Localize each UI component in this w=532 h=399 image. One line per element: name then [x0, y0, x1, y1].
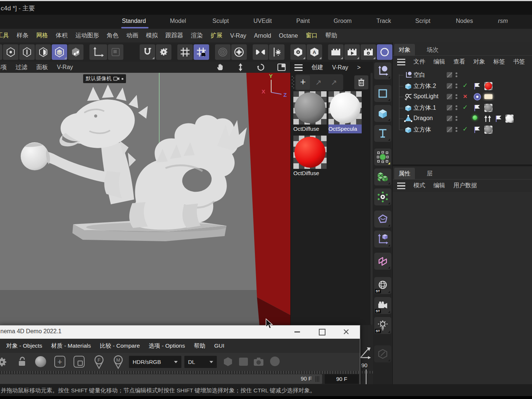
- menu-octane[interactable]: Octane: [279, 33, 298, 39]
- materials-menu-icon[interactable]: [294, 64, 303, 71]
- workplane-button[interactable]: [108, 44, 123, 60]
- text-object-button[interactable]: [374, 125, 391, 142]
- mesh-export-icon[interactable]: [223, 357, 233, 367]
- light-tag[interactable]: [473, 93, 481, 101]
- grid-button[interactable]: [177, 44, 193, 60]
- attr-menu-mode[interactable]: 模式: [413, 182, 425, 190]
- snap-button[interactable]: [140, 44, 155, 60]
- dragon-statue-model[interactable]: [10, 73, 250, 249]
- tab-nodes[interactable]: Nodes: [456, 18, 473, 24]
- viewport-menu-vray[interactable]: V-Ray: [57, 64, 73, 71]
- attr-menu-edit[interactable]: 编辑: [433, 182, 445, 190]
- target-rings-button[interactable]: [215, 44, 231, 60]
- menu-render[interactable]: 渲染: [191, 32, 203, 40]
- enabled-check-icon[interactable]: ✓: [461, 103, 469, 111]
- tab-standard[interactable]: Standard: [122, 18, 146, 24]
- visibility-toggle[interactable]: [447, 94, 452, 99]
- minimize-button[interactable]: [294, 331, 300, 332]
- polygon-selection-tag[interactable]: [473, 104, 481, 112]
- menu-tracker[interactable]: 跟踪器: [166, 32, 183, 40]
- materials-menu-vray[interactable]: V-Ray: [332, 64, 348, 71]
- stop-render-icon[interactable]: [239, 358, 248, 366]
- mirror-button[interactable]: [253, 44, 268, 60]
- object-row-dragon[interactable]: Dragon: [393, 113, 532, 124]
- arnold-tool-button[interactable]: A: [307, 44, 322, 60]
- tab-paint[interactable]: Paint: [296, 18, 310, 24]
- tab-attributes[interactable]: 属性: [394, 168, 415, 179]
- menu-arnold[interactable]: Arnold: [254, 33, 271, 39]
- volume-mesher-button[interactable]: [374, 188, 391, 205]
- null-object-button[interactable]: [374, 62, 391, 79]
- menu-spline[interactable]: 样条: [17, 32, 28, 40]
- plane-object-button[interactable]: [374, 85, 391, 102]
- rotate-icon[interactable]: [256, 63, 265, 72]
- colorspace-dropdown[interactable]: HDR/sRGB: [129, 356, 181, 368]
- light-color-swatch[interactable]: [484, 93, 492, 101]
- lv-menu-compare[interactable]: 比较 - Compare: [100, 342, 140, 350]
- visibility-toggle[interactable]: [447, 105, 452, 110]
- material-tag-gray[interactable]: [484, 126, 492, 134]
- maximize-button[interactable]: [319, 329, 325, 335]
- materials-toolbar-grip[interactable]: [291, 75, 294, 91]
- tab-uvedit[interactable]: UVEdit: [253, 18, 272, 24]
- edge-mode-button[interactable]: [19, 44, 35, 60]
- modeling-settings-button[interactable]: [231, 44, 247, 60]
- enabled-check-icon[interactable]: ✓: [461, 125, 469, 133]
- octane-live-viewer-button[interactable]: [377, 44, 392, 60]
- visibility-dots[interactable]: [456, 71, 457, 78]
- points-mode-button[interactable]: [3, 44, 18, 60]
- add-region-icon[interactable]: +: [54, 356, 65, 368]
- demo-window-title-bar[interactable]: nema 4D Demo 2022.1: [0, 325, 360, 339]
- menu-mesh[interactable]: 网格: [36, 32, 48, 40]
- visibility-dots[interactable]: [456, 93, 457, 100]
- menu-vray[interactable]: V-Ray: [230, 33, 246, 39]
- object-row-spotlight[interactable]: SpotLight ×: [393, 91, 532, 102]
- material-tag-white[interactable]: [505, 115, 514, 123]
- om-menu-tags[interactable]: 标签: [493, 58, 505, 66]
- om-menu-bookmarks[interactable]: 书签: [513, 58, 525, 66]
- frame-ruler[interactable]: [0, 371, 360, 374]
- om-menu-object[interactable]: 对象: [473, 58, 485, 66]
- volume-builder-button[interactable]: [374, 168, 391, 185]
- close-button[interactable]: [343, 329, 349, 335]
- spline-wrap-button[interactable]: [374, 253, 391, 270]
- visibility-dots[interactable]: [456, 104, 457, 111]
- snap-settings-button[interactable]: [156, 44, 171, 60]
- lv-menu-gui[interactable]: GUI: [214, 342, 225, 349]
- object-row-cube1[interactable]: 立方体.1 ✓: [393, 102, 532, 113]
- tab-script[interactable]: Script: [415, 18, 430, 24]
- material-name[interactable]: OctDiffuse: [293, 125, 327, 133]
- range-grip[interactable]: [316, 376, 319, 382]
- materials-scrollbar[interactable]: [371, 73, 373, 325]
- menu-volume[interactable]: 体积: [56, 32, 68, 40]
- visibility-toggle[interactable]: [447, 116, 452, 121]
- camera-label[interactable]: 默认摄像机: [83, 74, 126, 83]
- material-tag-red[interactable]: [484, 82, 492, 90]
- polygon-selection-tag[interactable]: [473, 82, 481, 90]
- viewport-menu-panel[interactable]: 面板: [36, 64, 48, 71]
- object-row-cube2[interactable]: 立方体.2 ✓: [393, 81, 532, 92]
- viewport-menu-filter[interactable]: 过滤: [16, 64, 27, 71]
- clear-region-icon[interactable]: [74, 356, 85, 368]
- material-thumbnail-octdiffuse-red[interactable]: [293, 136, 327, 169]
- edit-mode-button[interactable]: [374, 345, 391, 362]
- viewport-3d[interactable]: 默认摄像机 Y X Z: [0, 73, 290, 325]
- frame-range-slider[interactable]: 90 F: [0, 374, 322, 384]
- panel-splitter[interactable]: [393, 164, 532, 166]
- tab-takes[interactable]: 场次: [422, 44, 443, 55]
- material-tag-gray[interactable]: [484, 104, 492, 112]
- polygon-mode-button[interactable]: [35, 44, 51, 60]
- om-menu-view[interactable]: 查看: [453, 58, 465, 66]
- enabled-check-icon[interactable]: ✓: [461, 82, 469, 89]
- normals-align-tag[interactable]: [484, 115, 492, 123]
- tab-model[interactable]: Model: [170, 18, 186, 24]
- keyframe-move-icon[interactable]: [359, 345, 371, 360]
- om-menu-edit[interactable]: 编辑: [433, 58, 445, 66]
- render-passes-icon[interactable]: [270, 357, 280, 366]
- lv-menu-options[interactable]: 选项 - Options: [149, 342, 185, 350]
- material-name[interactable]: OctDiffuse: [293, 169, 327, 178]
- enabled-dot-indicator[interactable]: [473, 115, 481, 123]
- kernel-dropdown[interactable]: DL: [184, 356, 217, 368]
- om-menu-file[interactable]: 文件: [413, 58, 425, 66]
- tab-layers[interactable]: 层: [422, 168, 437, 179]
